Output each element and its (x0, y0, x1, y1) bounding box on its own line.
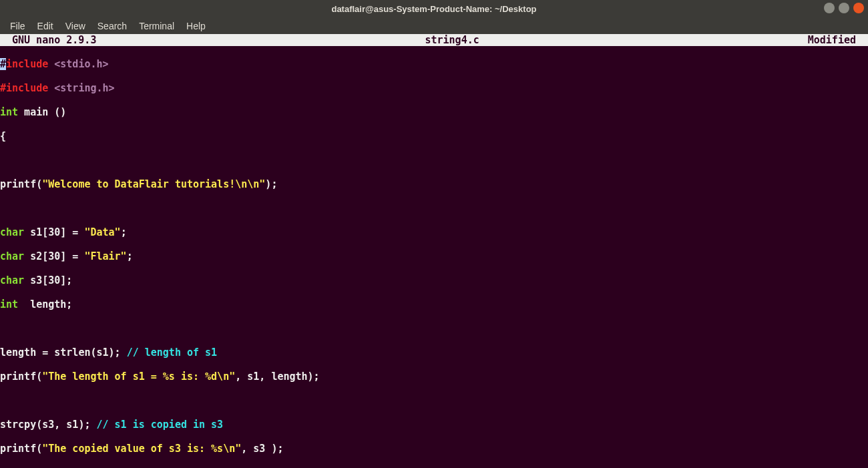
menu-search[interactable]: Search (91, 19, 133, 33)
code-line: strcpy(s3, s1); // s1 is copied in s3 (0, 419, 868, 431)
menu-terminal[interactable]: Terminal (133, 19, 180, 33)
nano-modified-status: Modified (808, 34, 856, 46)
nano-version: GNU nano 2.9.3 (12, 34, 96, 46)
menu-view[interactable]: View (59, 19, 91, 33)
code-line: length = strlen(s1); // length of s1 (0, 346, 868, 359)
nano-filename: string4.c (96, 34, 807, 46)
code-line: #include <string.h> (0, 82, 868, 94)
window-titlebar: dataflair@asus-System-Product-Name: ~/De… (0, 0, 868, 17)
window-title: dataflair@asus-System-Product-Name: ~/De… (331, 4, 536, 14)
code-line: printf("The copied value of s3 is: %s\n"… (0, 443, 868, 455)
code-line: int length; (0, 298, 868, 310)
close-icon[interactable] (853, 3, 864, 13)
menu-edit[interactable]: Edit (31, 19, 59, 33)
code-line: char s2[30] = "Flair"; (0, 250, 868, 262)
code-line: char s1[30] = "Data"; (0, 226, 868, 238)
minimize-icon[interactable] (824, 3, 835, 13)
code-line: { (0, 130, 868, 142)
code-line (0, 154, 868, 166)
cursor: # (0, 58, 6, 70)
code-line (0, 322, 868, 334)
nano-status-bar: GNU nano 2.9.3 string4.c Modified (0, 34, 868, 46)
maximize-icon[interactable] (839, 3, 849, 13)
code-line: char s3[30]; (0, 274, 868, 286)
menu-file[interactable]: File (4, 19, 31, 33)
code-line: printf("Welcome to DataFlair tutorials!\… (0, 178, 868, 190)
code-line (0, 395, 868, 407)
code-line (0, 202, 868, 214)
editor-area[interactable]: #include <stdio.h> #include <string.h> i… (0, 46, 868, 468)
code-line: #include <stdio.h> (0, 58, 868, 70)
window-controls (824, 3, 864, 13)
code-line: printf("The length of s1 = %s is: %d\n",… (0, 371, 868, 383)
code-line: int main () (0, 106, 868, 118)
menubar: File Edit View Search Terminal Help (0, 17, 868, 34)
menu-help[interactable]: Help (180, 19, 212, 33)
